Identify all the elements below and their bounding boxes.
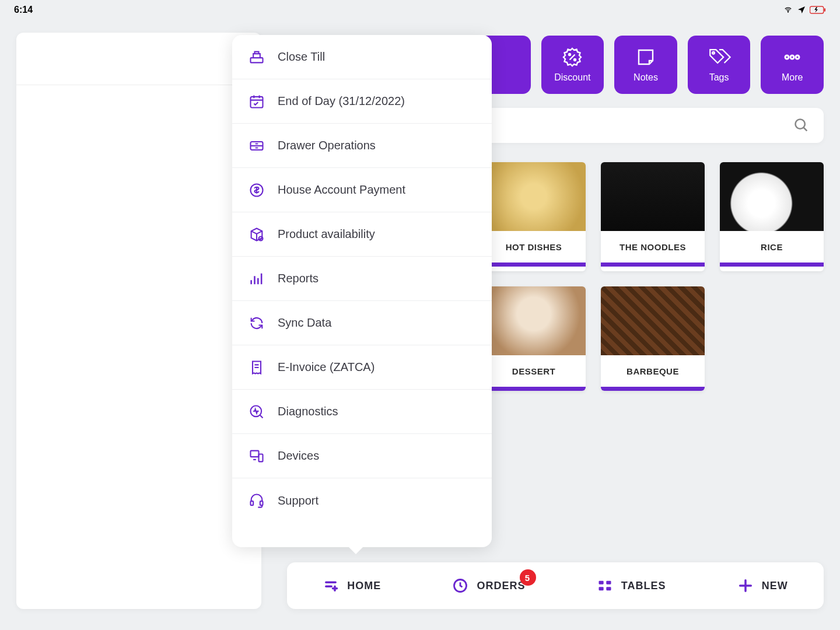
more-menu-popup: Close Till End of Day (31/12/2022) Drawe…	[232, 35, 492, 547]
product-label: BARBEQUE	[601, 355, 705, 387]
notes-icon	[635, 47, 656, 68]
svg-rect-21	[598, 581, 603, 584]
svg-point-6	[785, 55, 789, 59]
nav-new[interactable]: NEW	[737, 578, 788, 594]
nav-label: TABLES	[621, 580, 666, 592]
nav-label: NEW	[762, 580, 788, 592]
discount-button[interactable]: Discount	[541, 36, 604, 94]
menu-diagnostics[interactable]: Diagnostics	[232, 390, 492, 434]
product-barbeque[interactable]: BARBEQUE	[601, 286, 705, 391]
svg-rect-24	[606, 587, 611, 590]
menu-drawer-operations[interactable]: Drawer Operations	[232, 124, 492, 168]
status-bar: 6:14	[0, 0, 840, 18]
menu-sync-data[interactable]: Sync Data	[232, 301, 492, 345]
product-rice[interactable]: RICE	[720, 162, 824, 271]
location-icon	[797, 5, 806, 15]
menu-e-invoice[interactable]: E-Invoice (ZATCA)	[232, 345, 492, 390]
devices-icon	[249, 448, 265, 464]
menu-close-till[interactable]: Close Till	[232, 35, 492, 79]
menu-devices[interactable]: Devices	[232, 434, 492, 478]
product-image	[720, 162, 824, 231]
bottom-nav: HOME ORDERS 5 TABLES NEW	[287, 562, 824, 609]
product-dessert[interactable]: DESSERT	[482, 286, 586, 391]
more-label: More	[782, 72, 803, 83]
menu-label: E-Invoice (ZATCA)	[278, 360, 374, 374]
diagnostics-icon	[249, 404, 265, 420]
menu-label: Drawer Operations	[278, 139, 376, 152]
nav-orders[interactable]: ORDERS 5	[452, 578, 525, 594]
product-image	[601, 162, 705, 231]
menu-label: Support	[278, 494, 318, 508]
svg-rect-10	[251, 58, 263, 62]
wifi-icon	[783, 6, 793, 14]
clock-icon	[452, 578, 468, 594]
svg-rect-11	[251, 96, 263, 107]
notes-button[interactable]: Notes	[614, 36, 677, 94]
battery-icon	[810, 6, 826, 14]
product-image	[601, 286, 705, 355]
svg-rect-19	[260, 501, 263, 505]
headset-icon	[249, 492, 265, 509]
search-icon	[793, 117, 810, 134]
menu-end-of-day[interactable]: End of Day (31/12/2022)	[232, 79, 492, 124]
tables-icon	[597, 578, 613, 594]
svg-point-4	[574, 59, 576, 61]
tags-icon	[708, 47, 731, 68]
nav-tables[interactable]: TABLES	[597, 578, 666, 594]
more-button[interactable]: More	[761, 36, 824, 94]
popup-arrow	[348, 546, 364, 554]
bars-icon	[249, 271, 265, 287]
svg-rect-17	[259, 454, 263, 461]
svg-point-8	[796, 55, 799, 59]
tags-button[interactable]: Tags	[688, 36, 751, 94]
dollar-icon	[249, 182, 265, 198]
more-icon	[782, 47, 803, 68]
svg-rect-22	[606, 581, 611, 584]
product-image	[482, 286, 586, 355]
box-icon	[249, 226, 265, 243]
sync-icon	[249, 315, 265, 331]
svg-point-3	[569, 54, 570, 55]
menu-support[interactable]: Support	[232, 478, 492, 523]
product-label: RICE	[720, 231, 824, 262]
menu-label: End of Day (31/12/2022)	[278, 94, 405, 108]
svg-rect-18	[251, 501, 254, 505]
nav-home[interactable]: HOME	[323, 578, 381, 594]
plus-icon	[737, 578, 754, 594]
menu-product-availability[interactable]: Product availability	[232, 212, 492, 257]
order-panel-header	[16, 33, 261, 85]
product-label: HOT DISHES	[482, 231, 586, 262]
menu-label: Diagnostics	[278, 405, 338, 418]
nav-label: ORDERS	[477, 580, 525, 592]
menu-reports[interactable]: Reports	[232, 257, 492, 301]
svg-rect-23	[598, 587, 603, 590]
discount-label: Discount	[554, 72, 590, 83]
notes-label: Notes	[634, 72, 658, 83]
receipt-icon	[249, 359, 265, 376]
product-label: DESSERT	[482, 355, 586, 387]
till-icon	[249, 49, 265, 65]
menu-house-account[interactable]: House Account Payment	[232, 168, 492, 212]
tags-label: Tags	[709, 72, 729, 83]
svg-rect-2	[824, 8, 825, 12]
product-the-noodles[interactable]: THE NOODLES	[601, 162, 705, 271]
svg-rect-16	[251, 450, 259, 457]
menu-label: Sync Data	[278, 316, 331, 330]
order-panel	[16, 33, 261, 609]
svg-point-9	[796, 120, 805, 129]
menu-label: House Account Payment	[278, 183, 405, 197]
orders-badge: 5	[520, 569, 536, 586]
status-icons	[783, 5, 826, 15]
menu-label: Reports	[278, 272, 318, 285]
calendar-icon	[249, 93, 265, 110]
status-time: 6:14	[14, 5, 33, 15]
product-hot-dishes[interactable]: HOT DISHES	[482, 162, 586, 271]
svg-point-7	[790, 55, 794, 59]
menu-label: Product availability	[278, 228, 375, 241]
product-image	[482, 162, 586, 231]
nav-label: HOME	[347, 580, 381, 592]
svg-point-5	[712, 52, 715, 54]
home-icon	[323, 578, 339, 594]
menu-label: Devices	[278, 449, 319, 463]
product-label: THE NOODLES	[601, 231, 705, 262]
